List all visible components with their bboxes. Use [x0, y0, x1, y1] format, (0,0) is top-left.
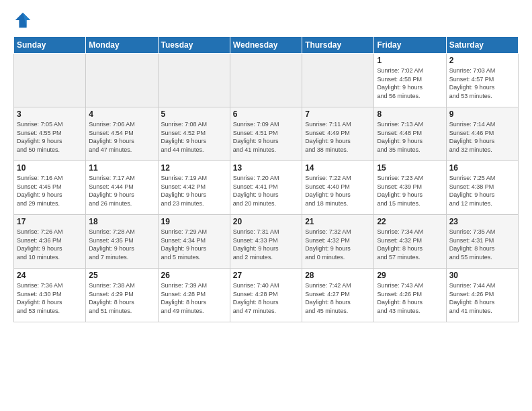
- weekday-header-thursday: Thursday: [302, 37, 374, 54]
- calendar-cell: 3Sunrise: 7:05 AM Sunset: 4:55 PM Daylig…: [14, 107, 86, 161]
- calendar-week-row: 3Sunrise: 7:05 AM Sunset: 4:55 PM Daylig…: [14, 107, 519, 161]
- calendar-cell: [14, 54, 86, 107]
- day-number: 28: [305, 271, 371, 280]
- day-number: 14: [305, 163, 371, 173]
- calendar-cell: 4Sunrise: 7:06 AM Sunset: 4:54 PM Daylig…: [86, 107, 158, 161]
- calendar-cell: 10Sunrise: 7:16 AM Sunset: 4:45 PM Dayli…: [14, 161, 86, 215]
- calendar-cell: [302, 54, 374, 107]
- day-number: 2: [449, 56, 515, 65]
- day-number: 29: [377, 271, 443, 280]
- calendar-cell: 18Sunrise: 7:28 AM Sunset: 4:35 PM Dayli…: [86, 215, 158, 269]
- day-number: 4: [89, 109, 154, 119]
- day-number: 26: [161, 271, 227, 280]
- calendar-cell: 9Sunrise: 7:14 AM Sunset: 4:46 PM Daylig…: [446, 107, 518, 161]
- calendar-cell: 29Sunrise: 7:43 AM Sunset: 4:26 PM Dayli…: [374, 269, 446, 322]
- weekday-header-monday: Monday: [86, 37, 158, 54]
- day-number: 15: [377, 163, 443, 173]
- day-number: 6: [233, 109, 299, 119]
- day-info: Sunrise: 7:31 AM Sunset: 4:33 PM Dayligh…: [233, 228, 299, 261]
- day-info: Sunrise: 7:26 AM Sunset: 4:36 PM Dayligh…: [17, 228, 83, 261]
- day-info: Sunrise: 7:39 AM Sunset: 4:28 PM Dayligh…: [161, 281, 227, 315]
- day-number: 23: [449, 217, 515, 226]
- day-number: 25: [89, 271, 154, 280]
- calendar-cell: 13Sunrise: 7:20 AM Sunset: 4:41 PM Dayli…: [230, 161, 302, 215]
- calendar-cell: 17Sunrise: 7:26 AM Sunset: 4:36 PM Dayli…: [14, 215, 86, 269]
- calendar-cell: 21Sunrise: 7:32 AM Sunset: 4:32 PM Dayli…: [302, 215, 374, 269]
- calendar-cell: 5Sunrise: 7:08 AM Sunset: 4:52 PM Daylig…: [158, 107, 230, 161]
- calendar-cell: 16Sunrise: 7:25 AM Sunset: 4:38 PM Dayli…: [446, 161, 518, 215]
- day-info: Sunrise: 7:25 AM Sunset: 4:38 PM Dayligh…: [449, 174, 515, 208]
- calendar-week-row: 1Sunrise: 7:02 AM Sunset: 4:58 PM Daylig…: [14, 54, 519, 107]
- day-info: Sunrise: 7:44 AM Sunset: 4:26 PM Dayligh…: [449, 281, 515, 315]
- day-number: 10: [17, 163, 83, 173]
- calendar-cell: 12Sunrise: 7:19 AM Sunset: 4:42 PM Dayli…: [158, 161, 230, 215]
- logo-icon: [13, 11, 32, 30]
- calendar-cell: 11Sunrise: 7:17 AM Sunset: 4:44 PM Dayli…: [86, 161, 158, 215]
- day-info: Sunrise: 7:38 AM Sunset: 4:29 PM Dayligh…: [89, 281, 154, 315]
- day-number: 8: [377, 109, 443, 119]
- day-number: 9: [449, 109, 515, 119]
- day-info: Sunrise: 7:36 AM Sunset: 4:30 PM Dayligh…: [17, 281, 83, 315]
- day-info: Sunrise: 7:02 AM Sunset: 4:58 PM Dayligh…: [377, 66, 443, 100]
- day-info: Sunrise: 7:43 AM Sunset: 4:26 PM Dayligh…: [377, 281, 443, 315]
- calendar-cell: 1Sunrise: 7:02 AM Sunset: 4:58 PM Daylig…: [374, 54, 446, 107]
- day-info: Sunrise: 7:19 AM Sunset: 4:42 PM Dayligh…: [161, 174, 227, 208]
- calendar-cell: 22Sunrise: 7:34 AM Sunset: 4:32 PM Dayli…: [374, 215, 446, 269]
- day-info: Sunrise: 7:03 AM Sunset: 4:57 PM Dayligh…: [449, 66, 515, 100]
- day-number: 1: [377, 56, 443, 65]
- day-info: Sunrise: 7:35 AM Sunset: 4:31 PM Dayligh…: [449, 228, 515, 261]
- calendar-week-row: 10Sunrise: 7:16 AM Sunset: 4:45 PM Dayli…: [14, 161, 519, 215]
- day-info: Sunrise: 7:14 AM Sunset: 4:46 PM Dayligh…: [449, 120, 515, 154]
- calendar-cell: 26Sunrise: 7:39 AM Sunset: 4:28 PM Dayli…: [158, 269, 230, 322]
- day-info: Sunrise: 7:29 AM Sunset: 4:34 PM Dayligh…: [161, 228, 227, 261]
- calendar-cell: 8Sunrise: 7:13 AM Sunset: 4:48 PM Daylig…: [374, 107, 446, 161]
- day-number: 3: [17, 109, 83, 119]
- calendar-cell: 2Sunrise: 7:03 AM Sunset: 4:57 PM Daylig…: [446, 54, 518, 107]
- day-info: Sunrise: 7:09 AM Sunset: 4:51 PM Dayligh…: [233, 120, 299, 154]
- day-info: Sunrise: 7:13 AM Sunset: 4:48 PM Dayligh…: [377, 120, 443, 154]
- day-number: 12: [161, 163, 227, 173]
- weekday-header-wednesday: Wednesday: [230, 37, 302, 54]
- weekday-header-tuesday: Tuesday: [158, 37, 230, 54]
- calendar-cell: 19Sunrise: 7:29 AM Sunset: 4:34 PM Dayli…: [158, 215, 230, 269]
- calendar-cell: 28Sunrise: 7:42 AM Sunset: 4:27 PM Dayli…: [302, 269, 374, 322]
- logo: [13, 11, 35, 30]
- calendar-cell: 14Sunrise: 7:22 AM Sunset: 4:40 PM Dayli…: [302, 161, 374, 215]
- calendar-cell: [86, 54, 158, 107]
- calendar-cell: 15Sunrise: 7:23 AM Sunset: 4:39 PM Dayli…: [374, 161, 446, 215]
- calendar-cell: 7Sunrise: 7:11 AM Sunset: 4:49 PM Daylig…: [302, 107, 374, 161]
- calendar-cell: 25Sunrise: 7:38 AM Sunset: 4:29 PM Dayli…: [86, 269, 158, 322]
- day-number: 18: [89, 217, 154, 226]
- day-number: 24: [17, 271, 83, 280]
- day-info: Sunrise: 7:23 AM Sunset: 4:39 PM Dayligh…: [377, 174, 443, 208]
- calendar-cell: 23Sunrise: 7:35 AM Sunset: 4:31 PM Dayli…: [446, 215, 518, 269]
- day-info: Sunrise: 7:06 AM Sunset: 4:54 PM Dayligh…: [89, 120, 154, 154]
- day-number: 21: [305, 217, 371, 226]
- day-number: 16: [449, 163, 515, 173]
- day-info: Sunrise: 7:42 AM Sunset: 4:27 PM Dayligh…: [305, 281, 371, 315]
- calendar-week-row: 24Sunrise: 7:36 AM Sunset: 4:30 PM Dayli…: [14, 269, 519, 322]
- day-number: 13: [233, 163, 299, 173]
- weekday-header-friday: Friday: [374, 37, 446, 54]
- weekday-header-sunday: Sunday: [14, 37, 86, 54]
- day-info: Sunrise: 7:32 AM Sunset: 4:32 PM Dayligh…: [305, 228, 371, 261]
- day-number: 19: [161, 217, 227, 226]
- calendar-cell: 30Sunrise: 7:44 AM Sunset: 4:26 PM Dayli…: [446, 269, 518, 322]
- calendar-cell: 20Sunrise: 7:31 AM Sunset: 4:33 PM Dayli…: [230, 215, 302, 269]
- calendar-table: SundayMondayTuesdayWednesdayThursdayFrid…: [13, 36, 519, 322]
- page: SundayMondayTuesdayWednesdayThursdayFrid…: [0, 0, 532, 411]
- calendar-cell: [158, 54, 230, 107]
- day-number: 20: [233, 217, 299, 226]
- day-info: Sunrise: 7:34 AM Sunset: 4:32 PM Dayligh…: [377, 228, 443, 261]
- weekday-header-row: SundayMondayTuesdayWednesdayThursdayFrid…: [14, 37, 519, 54]
- day-number: 30: [449, 271, 515, 280]
- calendar-cell: 24Sunrise: 7:36 AM Sunset: 4:30 PM Dayli…: [14, 269, 86, 322]
- day-info: Sunrise: 7:28 AM Sunset: 4:35 PM Dayligh…: [89, 228, 154, 261]
- day-info: Sunrise: 7:40 AM Sunset: 4:28 PM Dayligh…: [233, 281, 299, 315]
- day-number: 22: [377, 217, 443, 226]
- day-info: Sunrise: 7:11 AM Sunset: 4:49 PM Dayligh…: [305, 120, 371, 154]
- day-number: 17: [17, 217, 83, 226]
- day-info: Sunrise: 7:05 AM Sunset: 4:55 PM Dayligh…: [17, 120, 83, 154]
- calendar-cell: [230, 54, 302, 107]
- calendar-week-row: 17Sunrise: 7:26 AM Sunset: 4:36 PM Dayli…: [14, 215, 519, 269]
